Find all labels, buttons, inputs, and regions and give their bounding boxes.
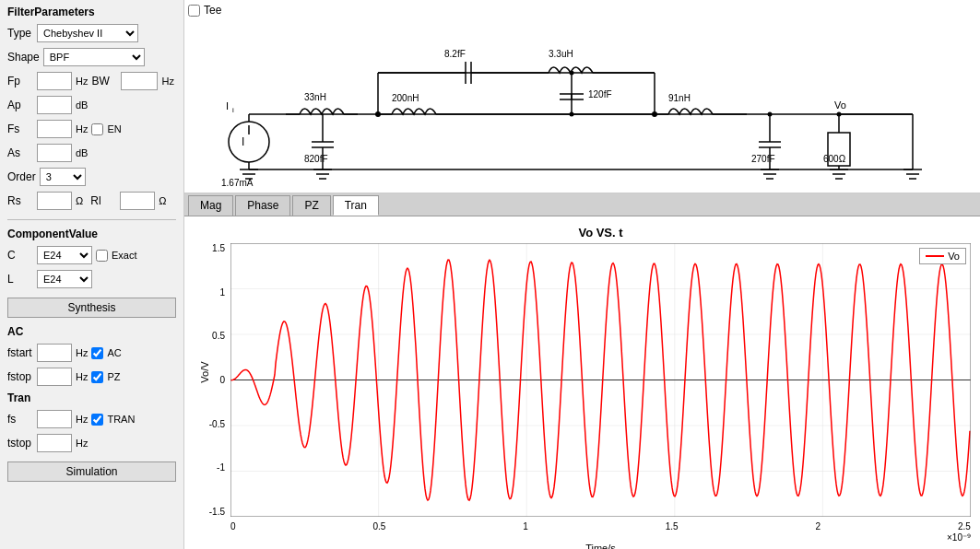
legend-label: Vo	[948, 251, 960, 262]
x-scale-label: ×10⁻⁹	[947, 532, 971, 543]
order-select[interactable]: 31245	[40, 168, 86, 186]
plot-canvas	[230, 243, 971, 517]
as-label: As	[7, 146, 33, 159]
exact-label: Exact	[112, 250, 137, 261]
legend-line	[926, 255, 944, 257]
circuit-area: Tee I I i 1.67mA	[184, 0, 980, 193]
tran-fs-input[interactable]: 1G	[37, 410, 72, 428]
shape-select[interactable]: BPF LPF HPF BSF	[43, 48, 145, 66]
svg-text:120fF: 120fF	[588, 89, 612, 99]
svg-text:8.2fF: 8.2fF	[444, 49, 466, 59]
tab-phase[interactable]: Phase	[235, 195, 290, 216]
ac-checkbox[interactable]	[91, 347, 103, 359]
l-label: L	[7, 273, 33, 286]
rl-unit: Ω	[159, 195, 166, 206]
svg-text:I: I	[242, 135, 244, 148]
fp-unit: Hz	[76, 76, 88, 87]
svg-point-41	[570, 112, 574, 117]
tstop-label: tstop	[7, 437, 33, 450]
bw-label: BW	[91, 75, 117, 88]
fp-input[interactable]: 1G	[37, 72, 72, 90]
legend: Vo	[919, 248, 966, 264]
x-tick-1: 1	[523, 521, 528, 531]
x-tick-2_5: 2.5	[958, 521, 971, 531]
ap-input[interactable]: 3	[37, 96, 72, 114]
fs-label: Fs	[7, 123, 33, 135]
pz-checkbox[interactable]	[91, 371, 103, 383]
svg-text:I: I	[226, 100, 229, 111]
rl-input[interactable]: 600	[120, 192, 155, 210]
svg-text:33nH: 33nH	[304, 92, 326, 102]
tab-pz[interactable]: PZ	[292, 195, 330, 216]
chart-container: Vo VS. t Vo/V 1.5 1 0.5 0 -0.5 -1 -1.5	[184, 216, 980, 549]
x-tick-1_5: 1.5	[666, 521, 679, 531]
svg-point-42	[570, 71, 574, 76]
c-label: C	[7, 249, 33, 262]
svg-text:200nH: 200nH	[392, 93, 419, 103]
tab-mag[interactable]: Mag	[188, 195, 233, 216]
tab-tran[interactable]: Tran	[333, 195, 379, 216]
ap-label: Ap	[7, 99, 33, 111]
simulation-button[interactable]: Simulation	[7, 461, 176, 482]
tran-label: TRAN	[107, 414, 135, 425]
tran-title: Tran	[7, 391, 176, 404]
y-tick-n1_5: -1.5	[192, 507, 225, 517]
shape-label: Shape	[7, 51, 40, 64]
chart-wrap: Vo/V 1.5 1 0.5 0 -0.5 -1 -1.5 0 0.5 1	[230, 243, 971, 517]
fstop-label: fstop	[7, 370, 33, 383]
fstart-label: fstart	[7, 346, 33, 359]
svg-text:i: i	[232, 106, 234, 114]
fp-label: Fp	[7, 75, 33, 88]
x-ticks: 0 0.5 1 1.5 2 2.5	[230, 521, 971, 531]
left-panel: FilterParameters Type Chebyshev II Butte…	[0, 0, 184, 549]
tran-checkbox[interactable]	[91, 414, 103, 426]
plot-area: Mag Phase PZ Tran Vo VS. t Vo/V 1.5 1 0.…	[184, 193, 980, 549]
fstop-input[interactable]: 10G	[37, 368, 72, 386]
tstop-input[interactable]: 25n	[37, 434, 72, 452]
fstart-unit: Hz	[76, 347, 88, 358]
rs-input[interactable]: inf	[37, 192, 72, 210]
x-tick-2: 2	[816, 521, 821, 531]
synthesis-button[interactable]: Synthesis	[7, 298, 176, 318]
svg-point-52	[768, 112, 773, 117]
tab-bar: Mag Phase PZ Tran	[184, 193, 980, 216]
tran-fs-unit: Hz	[76, 414, 88, 425]
type-select[interactable]: Chebyshev II Butterworth Chebyshev I Ell…	[37, 24, 138, 42]
rs-unit: Ω	[76, 195, 83, 206]
fs-input[interactable]: 2G	[37, 120, 72, 138]
pz-label: PZ	[107, 371, 120, 382]
y-tick-1: 1	[192, 287, 225, 298]
y-tick-n1: -1	[192, 462, 225, 473]
ac-label: AC	[107, 347, 121, 358]
svg-text:820fF: 820fF	[304, 154, 328, 164]
bw-unit: Hz	[161, 76, 173, 87]
fs-hz-unit: Hz	[76, 123, 88, 134]
tstop-unit: Hz	[76, 438, 88, 449]
y-tick-1_5: 1.5	[192, 243, 225, 253]
x-axis-label: Time/s	[585, 543, 616, 549]
y-axis-label: Vo/V	[199, 361, 210, 382]
ap-unit: dB	[76, 99, 88, 111]
x-tick-0: 0	[230, 521, 236, 531]
as-input[interactable]: 60	[37, 144, 72, 162]
svg-text:600Ω: 600Ω	[823, 154, 846, 164]
svg-text:3.3uH: 3.3uH	[549, 49, 573, 59]
y-tick-n0_5: -0.5	[192, 419, 225, 429]
type-label: Type	[7, 27, 33, 40]
tee-checkbox[interactable]	[188, 5, 200, 17]
fstop-unit: Hz	[76, 371, 88, 382]
c-select[interactable]: E24E12E48E96	[37, 246, 92, 264]
bw-input[interactable]: 500M	[121, 72, 158, 90]
exact-checkbox[interactable]	[96, 250, 108, 262]
en-checkbox[interactable]	[91, 123, 103, 135]
l-select[interactable]: E24E12E48E96	[37, 270, 92, 288]
y-tick-0_5: 0.5	[192, 331, 225, 341]
circuit-svg: I I i 1.67mA 33nH 820fF	[194, 22, 968, 193]
svg-text:Vo: Vo	[834, 99, 846, 111]
right-panel: Tee I I i 1.67mA	[184, 0, 980, 549]
x-tick-0_5: 0.5	[372, 521, 385, 531]
fstart-input[interactable]: 1M	[37, 344, 72, 362]
component-value-title: ComponentValue	[7, 228, 176, 240]
rs-label: Rs	[7, 194, 33, 207]
en-label: EN	[107, 123, 121, 134]
